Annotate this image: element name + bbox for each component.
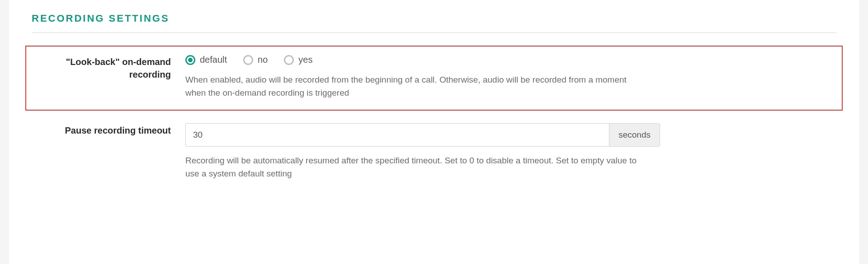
radio-icon [284,55,294,65]
pause-timeout-input-group: seconds [185,123,660,147]
radio-icon [243,55,253,65]
pause-timeout-help: Recording will be automatically resumed … [185,154,637,181]
pause-timeout-addon: seconds [609,123,660,147]
pause-timeout-control-col: seconds Recording will be automatically … [185,123,836,181]
pause-timeout-input[interactable] [185,123,609,147]
lookback-control-col: default no yes When enabled, audio will … [185,55,836,100]
lookback-help: When enabled, audio will be recorded fro… [185,73,637,100]
lookback-label: "Look-back" on-demand recording [32,56,171,81]
settings-panel: Recording Settings "Look-back" on-demand… [9,0,859,264]
pause-timeout-label: Pause recording timeout [65,124,171,137]
radio-label: yes [298,55,312,65]
divider [32,32,836,33]
radio-label: default [200,55,227,65]
lookback-radio-group: default no yes [185,55,836,65]
section-title: Recording Settings [32,13,836,24]
lookback-radio-default[interactable]: default [185,55,227,65]
lookback-row: "Look-back" on-demand recording default … [25,46,843,111]
pause-timeout-label-col: Pause recording timeout [32,123,185,137]
lookback-radio-yes[interactable]: yes [284,55,312,65]
radio-label: no [258,55,268,65]
lookback-label-col: "Look-back" on-demand recording [32,55,185,81]
lookback-radio-no[interactable]: no [243,55,268,65]
radio-icon [185,55,195,65]
radio-dot-icon [188,58,193,62]
pause-timeout-row: Pause recording timeout seconds Recordin… [32,123,836,181]
